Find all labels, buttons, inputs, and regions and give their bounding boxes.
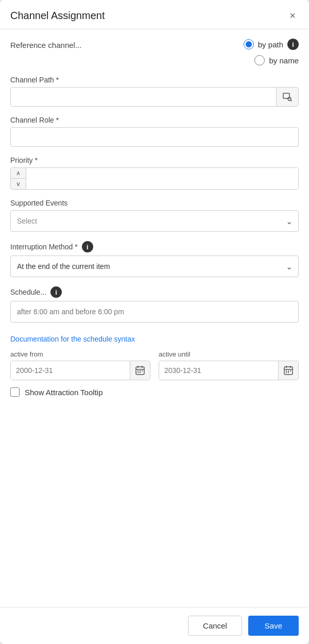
show-tooltip-label: Show Attraction Tooltip [25,388,102,397]
channel-path-input[interactable] [11,88,276,106]
interruption-method-wrapper: At the end of the current item ⌄ [10,256,299,277]
info-icon[interactable]: i [287,39,299,50]
dialog-title: Channel Assignment [10,10,105,22]
supported-events-select[interactable]: Select [10,210,299,232]
svg-rect-7 [138,370,139,371]
schedule-info-icon[interactable]: i [50,286,62,298]
interruption-info-icon[interactable]: i [82,241,93,252]
channel-assignment-dialog: Channel Assignment × Reference channel..… [0,0,309,644]
channel-role-input[interactable] [10,127,299,147]
svg-rect-18 [290,370,291,371]
by-path-radio[interactable] [244,39,254,49]
decrement-button[interactable]: ∨ [11,179,26,189]
dialog-body: Reference channel... by path i by name C… [0,29,309,607]
close-button[interactable]: × [286,9,299,22]
by-name-option[interactable]: by name [254,55,299,65]
svg-rect-10 [138,372,139,373]
by-path-option[interactable]: by path i [244,39,299,50]
active-until-input[interactable] [159,361,278,380]
supported-events-wrapper: Select ⌄ [10,210,299,232]
supported-events-label: Supported Events [10,199,299,207]
priority-input-wrap: ∧ ∨ 1 [10,167,299,190]
calendar-icon [284,366,293,375]
priority-group: Priority * ∧ ∨ 1 [10,156,299,190]
svg-rect-20 [288,372,289,373]
show-tooltip-checkbox[interactable] [10,387,20,397]
active-from-field: active from [10,350,150,380]
svg-rect-19 [286,372,287,373]
interruption-method-group: Interruption Method * i At the end of th… [10,241,299,277]
increment-button[interactable]: ∧ [11,168,26,179]
reference-channel-options: by path i by name [244,39,299,65]
browse-button[interactable] [276,88,298,106]
show-tooltip-row: Show Attraction Tooltip [10,387,299,397]
supported-events-group: Supported Events Select ⌄ [10,199,299,232]
schedule-label: Schedule... i [10,286,299,298]
svg-rect-16 [286,370,287,371]
priority-label: Priority * [10,156,299,164]
active-from-calendar-button[interactable] [130,361,150,380]
stepper-group: ∧ ∨ [11,168,26,189]
channel-path-input-wrap [10,87,299,107]
svg-rect-9 [142,370,143,371]
active-until-input-wrap [159,361,299,380]
channel-path-group: Channel Path * [10,76,299,107]
channel-role-label: Channel Role * [10,116,299,124]
date-row: active from [10,350,299,380]
doc-link[interactable]: Documentation for the schedule syntax [10,335,299,343]
svg-rect-11 [140,372,141,373]
by-path-label: by path [258,40,283,49]
reference-channel-row: Reference channel... by path i by name [10,39,299,65]
active-until-calendar-button[interactable] [278,361,298,380]
svg-rect-8 [140,370,141,371]
svg-line-2 [291,100,292,101]
channel-path-label: Channel Path * [10,76,299,84]
save-button[interactable]: Save [248,616,299,636]
by-name-radio[interactable] [254,55,265,65]
active-from-input[interactable] [11,361,130,380]
browse-icon [283,92,292,101]
dialog-footer: Cancel Save [0,607,309,644]
schedule-group: Schedule... i [10,286,299,323]
reference-channel-label: Reference channel... [10,39,81,49]
cancel-button[interactable]: Cancel [188,616,242,636]
svg-rect-17 [288,370,289,371]
channel-role-group: Channel Role * [10,116,299,147]
active-until-label: active until [159,350,299,358]
active-until-field: active until [159,350,299,380]
priority-input[interactable]: 1 [26,168,298,189]
by-name-label: by name [269,56,299,65]
active-from-input-wrap [10,361,150,380]
interruption-method-select[interactable]: At the end of the current item [10,256,299,277]
active-from-label: active from [10,350,150,358]
schedule-input[interactable] [10,301,299,323]
interruption-method-label: Interruption Method * i [10,241,299,252]
calendar-icon [135,366,145,375]
dialog-header: Channel Assignment × [0,0,309,29]
